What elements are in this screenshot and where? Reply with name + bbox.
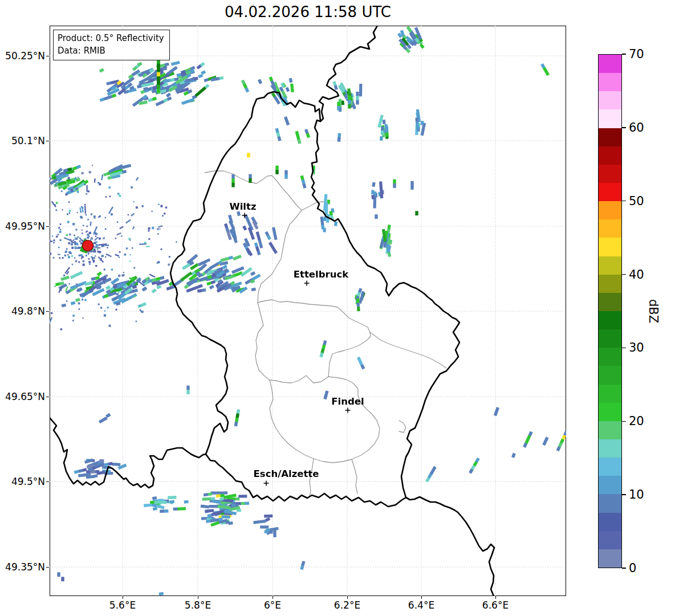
colorbar-segment <box>599 219 621 238</box>
info-box: Product: 0.5° Reflectivity Data: RMIB <box>53 30 170 60</box>
colorbar-tick-mark <box>622 421 626 422</box>
colorbar-tick-label: 60 <box>629 121 644 134</box>
y-tick-mark <box>46 567 49 568</box>
x-tick-label: 6.6°E <box>482 599 509 611</box>
x-tick-label: 6°E <box>264 599 281 611</box>
colorbar-axis-label: dBZ <box>646 299 660 323</box>
colorbar-segment <box>599 531 621 549</box>
x-tick-mark <box>347 596 348 599</box>
colorbar-tick-label: 0 <box>629 561 636 575</box>
colorbar-tick-label: 70 <box>629 47 644 61</box>
y-tick-mark <box>46 311 49 312</box>
colorbar-segment <box>599 513 621 531</box>
y-tick-mark <box>46 56 49 56</box>
y-tick-label: 50.1°N <box>0 135 45 146</box>
colorbar-segment <box>599 439 621 458</box>
colorbar-segment <box>599 458 621 476</box>
colorbar-segment <box>599 109 621 128</box>
x-tick-label: 5.6°E <box>109 599 136 611</box>
colorbar-tick-mark <box>622 127 626 128</box>
info-product-line: Product: 0.5° Reflectivity <box>58 32 164 44</box>
colorbar-segment <box>599 421 621 439</box>
colorbar-segment <box>599 238 621 256</box>
colorbar-segment <box>599 366 621 384</box>
colorbar-tick-mark <box>622 348 626 348</box>
colorbar-tick-mark <box>622 201 626 201</box>
radar-map-canvas <box>50 26 566 596</box>
colorbar-tick-label: 40 <box>629 268 644 282</box>
x-tick-label: 6.4°E <box>408 599 434 611</box>
colorbar-segment <box>599 348 621 366</box>
y-tick-label: 49.95°N <box>0 221 45 232</box>
page-title: 04.02.2026 11:58 UTC <box>225 3 391 21</box>
colorbar <box>598 54 622 568</box>
y-tick-label: 50.25°N <box>0 50 45 62</box>
colorbar-segment <box>599 494 621 512</box>
city-label: Findel <box>331 396 364 407</box>
colorbar-segment <box>599 329 621 348</box>
colorbar-segment <box>599 91 621 109</box>
colorbar-segment <box>599 55 621 73</box>
city-label: Esch/Alzette <box>254 468 319 479</box>
y-tick-mark <box>46 141 49 141</box>
y-tick-mark <box>46 397 49 397</box>
colorbar-tick-mark <box>622 274 626 275</box>
colorbar-segment <box>599 128 621 146</box>
x-tick-mark <box>495 596 496 599</box>
colorbar-tick-label: 30 <box>629 341 644 354</box>
colorbar-tick-mark <box>622 568 626 568</box>
city-label: Wiltz <box>229 201 256 212</box>
y-tick-label: 49.65°N <box>0 391 45 402</box>
colorbar-segment <box>599 385 621 403</box>
y-tick-label: 49.8°N <box>0 305 45 317</box>
colorbar-segment <box>599 201 621 219</box>
x-tick-mark <box>421 596 422 599</box>
colorbar-segment <box>599 311 621 329</box>
y-tick-mark <box>46 226 49 227</box>
y-tick-label: 49.35°N <box>0 561 45 573</box>
colorbar-segment <box>599 403 621 421</box>
colorbar-tick-mark <box>622 494 626 495</box>
colorbar-segment <box>599 73 621 91</box>
colorbar-segment <box>599 293 621 311</box>
x-tick-mark <box>123 596 123 599</box>
colorbar-segment <box>599 476 621 494</box>
x-tick-mark <box>198 596 198 599</box>
x-tick-mark <box>273 596 273 599</box>
colorbar-segment <box>599 146 621 165</box>
radar-figure: 04.02.2026 11:58 UTC Product: 0.5° Refle… <box>0 0 675 616</box>
y-tick-mark <box>46 482 49 482</box>
colorbar-segment <box>599 183 621 201</box>
x-tick-label: 5.8°E <box>185 599 211 611</box>
colorbar-tick-mark <box>622 54 626 54</box>
colorbar-tick-label: 50 <box>629 194 644 208</box>
x-tick-label: 6.2°E <box>334 599 360 611</box>
y-tick-label: 49.5°N <box>0 476 45 487</box>
colorbar-segment <box>599 256 621 275</box>
city-label: Ettelbruck <box>294 269 348 280</box>
colorbar-segment <box>599 275 621 293</box>
colorbar-segment <box>599 549 621 568</box>
info-source-line: Data: RMIB <box>58 44 164 57</box>
colorbar-tick-label: 10 <box>629 488 644 501</box>
colorbar-segment <box>599 165 621 183</box>
colorbar-tick-label: 20 <box>629 414 644 428</box>
